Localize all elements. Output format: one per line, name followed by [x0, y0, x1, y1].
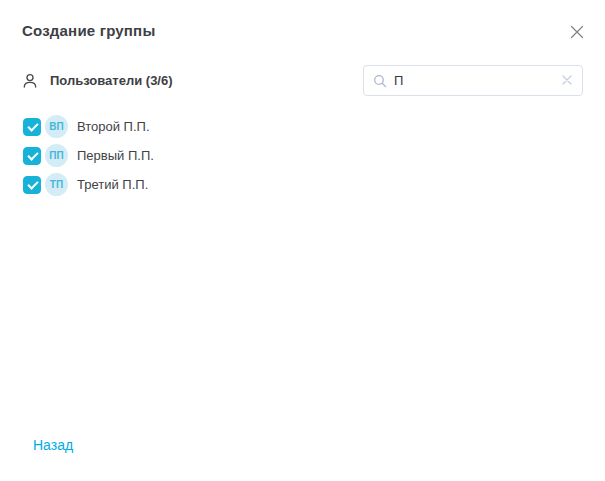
person-icon [22, 73, 38, 89]
user-checkbox[interactable] [23, 176, 41, 194]
users-count-label: Пользователи (3/6) [50, 73, 173, 88]
search-box [363, 65, 583, 96]
user-list-item: ПП Первый П.П. [23, 141, 605, 170]
dialog-header: Создание группы [0, 0, 605, 39]
create-group-dialog: Создание группы Пользователи (3/6) [0, 0, 605, 481]
clear-icon [562, 73, 572, 88]
close-button[interactable] [567, 22, 587, 42]
user-name: Второй П.П. [77, 119, 150, 134]
users-header: Пользователи (3/6) [22, 73, 173, 89]
back-button[interactable]: Назад [33, 437, 73, 453]
users-toolbar: Пользователи (3/6) [0, 65, 605, 96]
user-list: ВП Второй П.П. ПП Первый П.П. ТП Третий … [0, 112, 605, 199]
user-list-item: ВП Второй П.П. [23, 112, 605, 141]
search-input[interactable] [364, 66, 582, 95]
avatar: ПП [45, 144, 68, 167]
dialog-title: Создание группы [22, 22, 583, 39]
user-name: Третий П.П. [77, 177, 148, 192]
user-list-item: ТП Третий П.П. [23, 170, 605, 199]
dialog-footer: Назад [33, 436, 73, 454]
avatar: ВП [45, 115, 68, 138]
close-icon [570, 25, 584, 39]
user-checkbox[interactable] [23, 118, 41, 136]
user-name: Первый П.П. [77, 148, 154, 163]
user-checkbox[interactable] [23, 147, 41, 165]
avatar: ТП [45, 173, 68, 196]
clear-search-button[interactable] [559, 73, 575, 89]
